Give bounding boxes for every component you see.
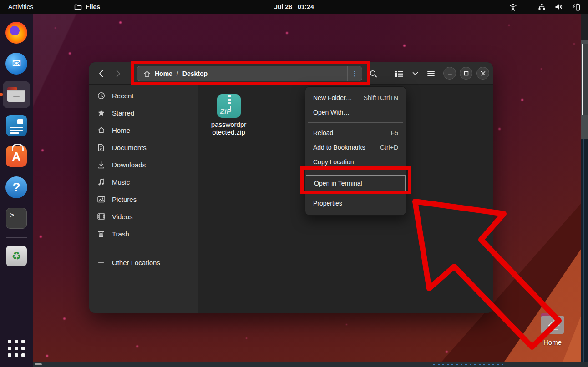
sidebar-item-label: Home (112, 126, 130, 134)
menu-item-open-with[interactable]: Open With… (305, 105, 406, 120)
dock-item-trash[interactable]: ♻ (3, 242, 30, 270)
sidebar-item-pictures[interactable]: Pictures (89, 191, 198, 208)
menu-item-shortcut: F5 (391, 129, 398, 136)
battery-charging-icon[interactable] (572, 3, 581, 11)
sidebar-item-videos[interactable]: Videos (89, 208, 198, 225)
app-menu-label: Files (86, 3, 100, 10)
files-window: Home / Desktop ⋮ (89, 62, 493, 313)
maximize-button[interactable] (460, 67, 472, 80)
desktop-icon-label: Home (543, 338, 562, 346)
trash-dock-icon: ♻ (6, 246, 27, 266)
close-button[interactable] (476, 67, 489, 80)
chevron-down-icon (412, 72, 418, 75)
background-window-bottom-edge (33, 362, 588, 367)
menu-item-add-to-bookmarks[interactable]: Add to Bookmarks Ctrl+D (305, 140, 406, 155)
hamburger-menu-button[interactable] (424, 67, 438, 80)
sidebar-divider (94, 248, 193, 248)
video-icon (96, 213, 106, 220)
menu-item-properties[interactable]: Properties (305, 196, 406, 211)
edge-dots (433, 364, 506, 365)
maximize-icon (464, 71, 469, 76)
annotation-box-open-in-terminal (300, 166, 411, 194)
zip-file-icon: ZiP (217, 94, 241, 118)
volume-icon[interactable] (555, 3, 563, 10)
dock-item-thunderbird[interactable]: ✉ (3, 50, 30, 77)
envelope-glyph: ✉ (12, 57, 21, 70)
show-apps-grid-icon (4, 336, 29, 361)
show-applications-button[interactable] (4, 336, 29, 361)
sidebar-item-label: Music (112, 178, 130, 186)
clock[interactable]: Jul 28 01:24 (274, 3, 314, 10)
back-button[interactable] (94, 67, 108, 80)
sidebar-item-recent[interactable]: Recent (89, 87, 198, 104)
desktop-home-icon[interactable]: Home (537, 310, 568, 346)
sidebar-item-label: Starred (112, 109, 134, 117)
edge-segment (581, 115, 588, 139)
app-menu-button[interactable]: Files (74, 3, 100, 10)
menu-item-shortcut: Shift+Ctrl+N (364, 94, 398, 101)
dock-item-ubuntu-software[interactable]: A (3, 143, 30, 170)
dock-item-help[interactable]: ? (3, 174, 30, 201)
edge-mark (35, 363, 42, 365)
trash-icon (96, 230, 106, 237)
software-glyph: A (12, 150, 21, 164)
activities-button[interactable]: Activities (0, 0, 41, 14)
recent-icon (96, 92, 106, 100)
sidebar-item-label: Pictures (112, 196, 137, 203)
annotation-box-pathbar (131, 61, 370, 85)
dock-item-libreoffice-writer[interactable] (3, 112, 30, 139)
menu-item-label: Add to Bookmarks (313, 144, 365, 151)
sidebar-item-downloads[interactable]: Downloads (89, 156, 198, 173)
sidebar-item-music[interactable]: Music (89, 173, 198, 191)
home-icon (96, 126, 106, 134)
forward-button[interactable] (112, 67, 125, 80)
plus-icon (96, 259, 106, 266)
file-item-zip[interactable]: ZiP passwordpr otected.zip (205, 94, 253, 136)
sidebar-item-starred[interactable]: Starred (89, 104, 198, 121)
picture-icon (96, 196, 106, 203)
files-icon (6, 85, 27, 104)
scrollbar-segment (582, 44, 583, 115)
close-icon (481, 71, 486, 76)
clock-date: Jul 28 (274, 3, 292, 10)
menu-item-reload[interactable]: Reload F5 (305, 126, 406, 140)
sidebar-item-other-locations[interactable]: Other Locations (89, 254, 198, 271)
menu-item-new-folder[interactable]: New Folder… Shift+Ctrl+N (305, 90, 406, 105)
recycle-glyph: ♻ (11, 250, 21, 262)
desktop-screen: Activities Files Jul 28 01:24 (0, 0, 588, 367)
view-toggle-button[interactable] (391, 66, 423, 81)
menu-item-label: Open With… (313, 109, 350, 116)
background-window-edge (581, 14, 588, 367)
file-name-line1: passwordpr (211, 121, 247, 128)
thunderbird-icon: ✉ (5, 53, 27, 75)
minimize-button[interactable] (443, 67, 456, 80)
menu-item-label: New Folder… (313, 94, 352, 101)
accessibility-icon[interactable] (509, 3, 517, 11)
sidebar-item-label: Downloads (112, 161, 146, 169)
home-folder-icon (539, 310, 566, 337)
sidebar-item-trash[interactable]: Trash (89, 225, 198, 242)
help-icon: ? (5, 176, 27, 198)
edge-segment (581, 139, 588, 367)
file-name-label: passwordpr otected.zip (211, 121, 247, 136)
dock-item-firefox[interactable] (3, 19, 30, 46)
dock-item-files[interactable] (3, 81, 30, 108)
menu-item-label: Reload (313, 129, 333, 136)
zipper-graphic (228, 95, 231, 105)
help-glyph: ? (12, 180, 20, 195)
view-options-chevron[interactable] (407, 66, 423, 81)
sidebar-item-documents[interactable]: Documents (89, 139, 198, 156)
menu-item-label: Copy Location (313, 158, 354, 166)
terminal-glyph: >_ (10, 212, 18, 220)
wallpaper-shape (33, 14, 96, 205)
menu-divider (308, 122, 403, 123)
menu-item-shortcut: Ctrl+D (380, 144, 398, 151)
menu-item-label: Properties (313, 200, 342, 207)
list-view-icon[interactable] (391, 66, 407, 81)
status-area[interactable] (509, 3, 581, 11)
network-icon[interactable] (538, 3, 546, 10)
top-bar: Activities Files Jul 28 01:24 (0, 0, 588, 14)
dock-item-terminal[interactable]: >_ (3, 205, 30, 232)
sidebar-item-home[interactable]: Home (89, 121, 198, 139)
context-menu: New Folder… Shift+Ctrl+N Open With… Relo… (305, 86, 406, 216)
